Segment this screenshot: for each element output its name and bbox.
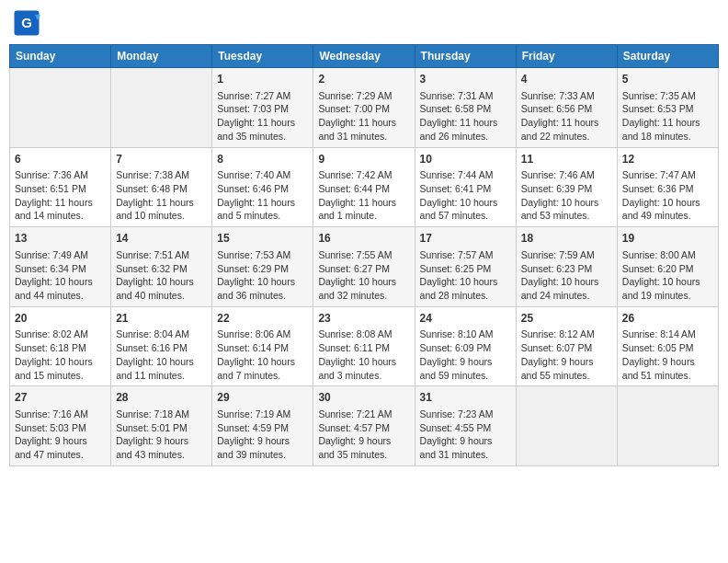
calendar-cell: 19Sunrise: 8:00 AM Sunset: 6:20 PM Dayli… — [617, 227, 718, 307]
calendar-cell: 31Sunrise: 7:23 AM Sunset: 4:55 PM Dayli… — [415, 386, 516, 466]
svg-text:G: G — [21, 15, 32, 30]
weekday-header-sunday: Sunday — [10, 45, 111, 68]
calendar-cell — [617, 386, 718, 466]
calendar-cell: 27Sunrise: 7:16 AM Sunset: 5:03 PM Dayli… — [10, 386, 111, 466]
day-number: 19 — [622, 231, 713, 247]
calendar-week-row: 13Sunrise: 7:49 AM Sunset: 6:34 PM Dayli… — [10, 227, 719, 307]
day-info: Sunrise: 8:08 AM Sunset: 6:11 PM Dayligh… — [318, 327, 409, 382]
calendar-cell: 23Sunrise: 8:08 AM Sunset: 6:11 PM Dayli… — [313, 306, 415, 386]
day-number: 21 — [116, 311, 207, 327]
calendar-cell — [10, 68, 111, 148]
calendar-cell: 14Sunrise: 7:51 AM Sunset: 6:32 PM Dayli… — [111, 227, 212, 307]
calendar-week-row: 27Sunrise: 7:16 AM Sunset: 5:03 PM Dayli… — [10, 386, 719, 466]
day-info: Sunrise: 7:23 AM Sunset: 4:55 PM Dayligh… — [420, 408, 511, 462]
calendar-table: SundayMondayTuesdayWednesdayThursdayFrid… — [9, 44, 719, 466]
day-number: 29 — [217, 390, 308, 406]
day-info: Sunrise: 7:47 AM Sunset: 6:36 PM Dayligh… — [622, 168, 713, 223]
day-number: 13 — [15, 231, 106, 247]
day-info: Sunrise: 7:21 AM Sunset: 4:57 PM Dayligh… — [318, 408, 409, 462]
calendar-cell: 11Sunrise: 7:46 AM Sunset: 6:39 PM Dayli… — [516, 147, 617, 227]
calendar-cell: 26Sunrise: 8:14 AM Sunset: 6:05 PM Dayli… — [617, 306, 718, 386]
calendar-cell: 16Sunrise: 7:55 AM Sunset: 6:27 PM Dayli… — [313, 227, 415, 307]
calendar-cell — [516, 386, 617, 466]
day-info: Sunrise: 7:40 AM Sunset: 6:46 PM Dayligh… — [217, 168, 308, 223]
day-info: Sunrise: 7:38 AM Sunset: 6:48 PM Dayligh… — [116, 168, 207, 223]
day-info: Sunrise: 7:42 AM Sunset: 6:44 PM Dayligh… — [318, 168, 409, 223]
day-number: 7 — [116, 152, 207, 167]
calendar-cell: 25Sunrise: 8:12 AM Sunset: 6:07 PM Dayli… — [516, 306, 617, 386]
day-number: 26 — [622, 311, 713, 327]
day-info: Sunrise: 7:19 AM Sunset: 4:59 PM Dayligh… — [217, 408, 308, 462]
day-info: Sunrise: 8:12 AM Sunset: 6:07 PM Dayligh… — [521, 327, 612, 382]
day-number: 11 — [521, 152, 612, 167]
calendar-cell: 30Sunrise: 7:21 AM Sunset: 4:57 PM Dayli… — [313, 386, 415, 466]
day-number: 14 — [116, 231, 207, 247]
day-number: 22 — [217, 311, 308, 327]
day-info: Sunrise: 7:33 AM Sunset: 6:56 PM Dayligh… — [521, 89, 612, 144]
day-info: Sunrise: 8:10 AM Sunset: 6:09 PM Dayligh… — [420, 327, 511, 382]
day-info: Sunrise: 8:14 AM Sunset: 6:05 PM Dayligh… — [622, 327, 713, 382]
calendar-week-row: 6Sunrise: 7:36 AM Sunset: 6:51 PM Daylig… — [10, 147, 719, 227]
calendar-week-row: 20Sunrise: 8:02 AM Sunset: 6:18 PM Dayli… — [10, 306, 719, 386]
calendar-cell: 7Sunrise: 7:38 AM Sunset: 6:48 PM Daylig… — [111, 147, 212, 227]
weekday-header-row: SundayMondayTuesdayWednesdayThursdayFrid… — [10, 45, 719, 68]
calendar-cell: 10Sunrise: 7:44 AM Sunset: 6:41 PM Dayli… — [415, 147, 516, 227]
calendar-cell: 24Sunrise: 8:10 AM Sunset: 6:09 PM Dayli… — [415, 306, 516, 386]
calendar-cell: 3Sunrise: 7:31 AM Sunset: 6:58 PM Daylig… — [415, 68, 516, 148]
page-header: G — [9, 9, 719, 37]
day-info: Sunrise: 7:59 AM Sunset: 6:23 PM Dayligh… — [521, 248, 612, 303]
weekday-header-thursday: Thursday — [415, 45, 516, 68]
calendar-cell: 22Sunrise: 8:06 AM Sunset: 6:14 PM Dayli… — [212, 306, 313, 386]
day-number: 31 — [420, 390, 511, 406]
day-info: Sunrise: 7:55 AM Sunset: 6:27 PM Dayligh… — [318, 248, 409, 303]
calendar-cell: 29Sunrise: 7:19 AM Sunset: 4:59 PM Dayli… — [212, 386, 313, 466]
day-number: 1 — [217, 72, 308, 87]
day-info: Sunrise: 7:57 AM Sunset: 6:25 PM Dayligh… — [420, 248, 511, 303]
calendar-week-row: 1Sunrise: 7:27 AM Sunset: 7:03 PM Daylig… — [10, 68, 719, 148]
calendar-cell: 12Sunrise: 7:47 AM Sunset: 6:36 PM Dayli… — [617, 147, 718, 227]
day-number: 17 — [420, 231, 511, 247]
day-number: 5 — [622, 72, 713, 87]
weekday-header-monday: Monday — [111, 45, 212, 68]
day-number: 28 — [116, 390, 207, 406]
calendar-cell: 15Sunrise: 7:53 AM Sunset: 6:29 PM Dayli… — [212, 227, 313, 307]
day-number: 16 — [318, 231, 409, 247]
calendar-header: SundayMondayTuesdayWednesdayThursdayFrid… — [10, 45, 719, 68]
calendar-cell: 8Sunrise: 7:40 AM Sunset: 6:46 PM Daylig… — [212, 147, 313, 227]
day-info: Sunrise: 7:36 AM Sunset: 6:51 PM Dayligh… — [15, 168, 106, 223]
weekday-header-wednesday: Wednesday — [313, 45, 415, 68]
day-number: 6 — [15, 152, 106, 167]
calendar-cell: 2Sunrise: 7:29 AM Sunset: 7:00 PM Daylig… — [313, 68, 415, 148]
day-number: 15 — [217, 231, 308, 247]
day-number: 2 — [318, 72, 409, 87]
logo-icon: G — [13, 9, 40, 37]
calendar-cell: 13Sunrise: 7:49 AM Sunset: 6:34 PM Dayli… — [10, 227, 111, 307]
day-info: Sunrise: 7:53 AM Sunset: 6:29 PM Dayligh… — [217, 248, 308, 303]
day-info: Sunrise: 8:02 AM Sunset: 6:18 PM Dayligh… — [15, 327, 106, 382]
calendar-cell: 28Sunrise: 7:18 AM Sunset: 5:01 PM Dayli… — [111, 386, 212, 466]
calendar-cell: 9Sunrise: 7:42 AM Sunset: 6:44 PM Daylig… — [313, 147, 415, 227]
day-info: Sunrise: 7:49 AM Sunset: 6:34 PM Dayligh… — [15, 248, 106, 303]
day-info: Sunrise: 7:51 AM Sunset: 6:32 PM Dayligh… — [116, 248, 207, 303]
day-number: 18 — [521, 231, 612, 247]
day-number: 4 — [521, 72, 612, 87]
calendar-cell: 4Sunrise: 7:33 AM Sunset: 6:56 PM Daylig… — [516, 68, 617, 148]
day-info: Sunrise: 7:18 AM Sunset: 5:01 PM Dayligh… — [116, 408, 207, 462]
day-number: 24 — [420, 311, 511, 327]
day-number: 10 — [420, 152, 511, 167]
day-number: 9 — [318, 152, 409, 167]
day-info: Sunrise: 7:16 AM Sunset: 5:03 PM Dayligh… — [15, 408, 106, 462]
day-info: Sunrise: 7:44 AM Sunset: 6:41 PM Dayligh… — [420, 168, 511, 223]
calendar-cell: 1Sunrise: 7:27 AM Sunset: 7:03 PM Daylig… — [212, 68, 313, 148]
weekday-header-tuesday: Tuesday — [212, 45, 313, 68]
day-info: Sunrise: 7:29 AM Sunset: 7:00 PM Dayligh… — [318, 89, 409, 144]
day-info: Sunrise: 7:46 AM Sunset: 6:39 PM Dayligh… — [521, 168, 612, 223]
calendar-cell: 17Sunrise: 7:57 AM Sunset: 6:25 PM Dayli… — [415, 227, 516, 307]
day-info: Sunrise: 8:00 AM Sunset: 6:20 PM Dayligh… — [622, 248, 713, 303]
calendar-cell — [111, 68, 212, 148]
day-number: 27 — [15, 390, 106, 406]
calendar-cell: 20Sunrise: 8:02 AM Sunset: 6:18 PM Dayli… — [10, 306, 111, 386]
weekday-header-friday: Friday — [516, 45, 617, 68]
calendar-body: 1Sunrise: 7:27 AM Sunset: 7:03 PM Daylig… — [10, 68, 719, 466]
calendar-cell: 6Sunrise: 7:36 AM Sunset: 6:51 PM Daylig… — [10, 147, 111, 227]
